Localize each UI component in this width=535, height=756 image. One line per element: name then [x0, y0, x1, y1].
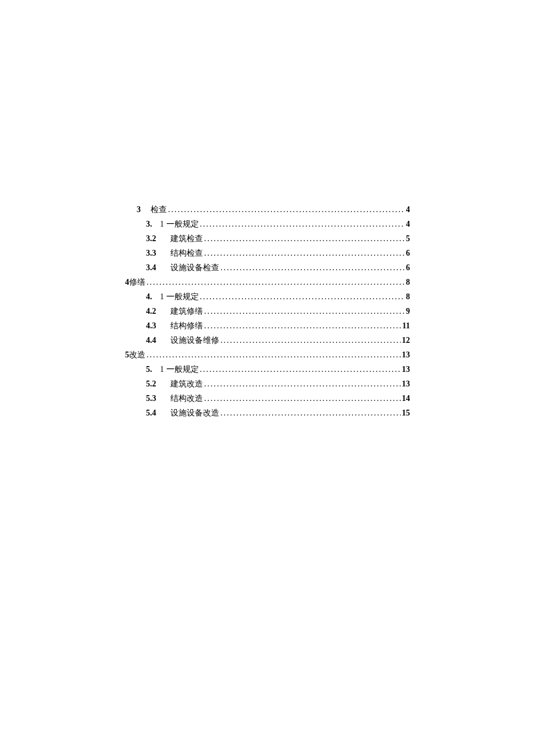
toc-number: 5.2: [146, 377, 162, 391]
toc-number: 3.3: [146, 246, 162, 260]
toc-entry: 4修缮.....................................…: [125, 275, 410, 289]
toc-leader-dots: ........................................…: [168, 202, 405, 217]
toc-leader-dots: ........................................…: [200, 289, 405, 304]
toc-number: 4.: [146, 289, 156, 304]
toc-page-number: 6: [406, 260, 410, 275]
toc-number: 3.2: [146, 231, 162, 246]
toc-leader-dots: ........................................…: [220, 260, 405, 275]
toc-entry: 5.2建筑改造.................................…: [125, 377, 410, 391]
toc-number: 5: [125, 347, 129, 362]
toc-entry: 3.1 一般规定................................…: [125, 217, 410, 231]
toc-number: 3.4: [146, 260, 162, 275]
toc-leader-dots: ........................................…: [147, 347, 401, 362]
toc-page-number: 4: [406, 202, 410, 217]
toc-container: 3检查.....................................…: [125, 202, 410, 420]
toc-title: 建筑修缮: [170, 304, 203, 318]
toc-number: 5.4: [146, 406, 162, 420]
toc-title: 设施设备改造: [170, 406, 219, 420]
toc-number: 4.4: [146, 333, 162, 347]
toc-page-number: 11: [402, 318, 410, 333]
toc-page-number: 6: [406, 246, 410, 260]
toc-leader-dots: ........................................…: [220, 333, 401, 347]
toc-page-number: 5: [406, 231, 410, 246]
toc-number: 4: [125, 275, 129, 289]
toc-page-number: 13: [402, 347, 410, 362]
toc-number: 5.3: [146, 391, 162, 406]
toc-entry: 3.2建筑检查.................................…: [125, 231, 410, 246]
toc-leader-dots: ........................................…: [204, 391, 401, 406]
toc-title: 建筑改造: [170, 377, 203, 391]
toc-leader-dots: ........................................…: [200, 362, 401, 377]
toc-page-number: 14: [402, 391, 410, 406]
toc-title: 建筑检查: [170, 231, 203, 246]
toc-title: 结构修缮: [170, 318, 203, 333]
toc-entry: 5.1 一般规定................................…: [125, 362, 410, 377]
toc-entry: 5.3结构改造.................................…: [125, 391, 410, 406]
toc-entry: 3检查.....................................…: [125, 202, 410, 217]
toc-title: 改造: [129, 347, 145, 362]
toc-leader-dots: ........................................…: [220, 406, 401, 420]
toc-page-number: 4: [406, 217, 410, 231]
toc-leader-dots: ........................................…: [204, 318, 401, 333]
toc-page-number: 13: [402, 377, 410, 391]
toc-title: 结构改造: [170, 391, 203, 406]
toc-number: 5.: [146, 362, 156, 377]
toc-page-number: 8: [406, 289, 410, 304]
toc-entry: 4.2建筑修缮.................................…: [125, 304, 410, 318]
toc-page-number: 15: [402, 406, 410, 420]
toc-number: 3: [137, 202, 147, 217]
toc-title: 结构检查: [170, 246, 203, 260]
toc-leader-dots: ........................................…: [200, 217, 405, 231]
toc-entry: 3.3结构检查.................................…: [125, 246, 410, 260]
toc-number: 4.2: [146, 304, 162, 318]
toc-entry: 4.4设施设备维修...............................…: [125, 333, 410, 347]
toc-entry: 4.1 一般规定................................…: [125, 289, 410, 304]
toc-title: 检查: [151, 202, 167, 217]
toc-title: 修缮: [129, 275, 145, 289]
toc-page-number: 12: [402, 333, 410, 347]
toc-entry: 5改造.....................................…: [125, 347, 410, 362]
toc-entry: 4.3结构修缮.................................…: [125, 318, 410, 333]
toc-title: 1 一般规定: [160, 217, 199, 231]
toc-page-number: 13: [402, 362, 410, 377]
toc-title: 设施设备维修: [170, 333, 219, 347]
toc-entry: 3.4设施设备检查...............................…: [125, 260, 410, 275]
toc-page-number: 8: [406, 275, 410, 289]
toc-leader-dots: ........................................…: [147, 275, 405, 289]
toc-title: 1 一般规定: [160, 289, 199, 304]
toc-leader-dots: ........................................…: [204, 377, 401, 391]
toc-leader-dots: ........................................…: [204, 304, 405, 318]
toc-leader-dots: ........................................…: [204, 231, 405, 246]
toc-page-number: 9: [406, 304, 410, 318]
toc-leader-dots: ........................................…: [204, 246, 405, 260]
toc-entry: 5.4设施设备改造...............................…: [125, 406, 410, 420]
toc-number: 3.: [146, 217, 156, 231]
toc-title: 1 一般规定: [160, 362, 199, 377]
toc-number: 4.3: [146, 318, 162, 333]
toc-title: 设施设备检查: [170, 260, 219, 275]
